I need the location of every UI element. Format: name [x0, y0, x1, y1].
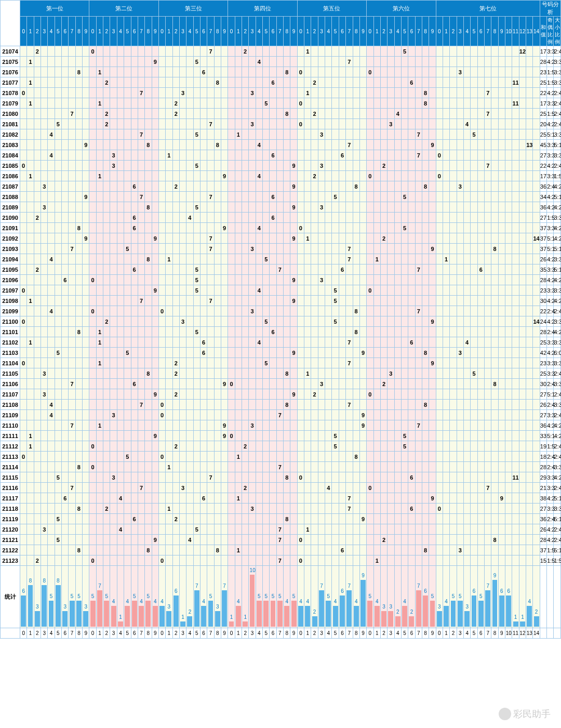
- table-body: 2107420721512173:32:42107519547284:23:32…: [1, 46, 561, 566]
- header-pos3: 第三位: [158, 1, 228, 17]
- lottery-trend-chart: { "header": { "period_label": "期数", "pos…: [0, 0, 561, 639]
- header-row-1: 期数 第一位 第二位 第三位 第四位 第五位 第六位 第七位 号码分析: [1, 1, 561, 17]
- table-row: 210937573798375:15:1: [1, 244, 561, 254]
- table-row: 2111956289362:45:1: [1, 514, 561, 524]
- table-row: 210902646271:53:3: [1, 213, 561, 223]
- table-row: 210952657676353:35:1: [1, 264, 561, 275]
- table-row: 211228881683371:55:1: [1, 545, 561, 555]
- table-row: 2107911250811173:32:4: [1, 98, 561, 109]
- table-row: 210815273034204:22:4: [1, 119, 561, 129]
- table-row: 2110002355914244:23:3: [1, 316, 561, 327]
- header-pos1: 第一位: [20, 1, 89, 17]
- stats-label: 统计: [1, 566, 20, 628]
- table-row: 210807228247251:52:4: [1, 109, 561, 119]
- table-row: 2107712862611251:53:3: [1, 77, 561, 88]
- table-row: 2107519547284:23:3: [1, 57, 561, 67]
- header-pos6: 第六位: [367, 1, 436, 17]
- table-row: 2109660593284:24:2: [1, 275, 561, 285]
- table-row: 21108470878262:43:3: [1, 400, 561, 410]
- table-row: 2111305018182:42:4: [1, 452, 561, 462]
- header-pos5: 第五位: [297, 1, 366, 17]
- table-row: 211021164764253:33:3: [1, 337, 561, 348]
- table-row: 2110943079273:32:4: [1, 410, 561, 420]
- table-row: 211215947028284:22:4: [1, 535, 561, 545]
- table-row: 2110181568282:44:2: [1, 327, 561, 337]
- table-row: 210844316670273:33:3: [1, 150, 561, 161]
- table-row: 2107420721512173:32:4: [1, 46, 561, 57]
- footer-row: 0123456789012345678901234567890123456789…: [1, 628, 561, 639]
- table-row: 210768168003231:53:3: [1, 67, 561, 77]
- header-pos7: 第七位: [436, 1, 540, 17]
- table-row: 21112102255191:52:4: [1, 441, 561, 452]
- table-row: 2108938593364:24:2: [1, 202, 561, 213]
- table-row: 21091869405373:34:2: [1, 223, 561, 233]
- table-row: 21097095450233:33:3: [1, 285, 561, 296]
- table-row: 21110719397364:24:2: [1, 420, 561, 431]
- table-row: 21107392920275:12:4: [1, 389, 561, 400]
- header-pos2: 第二位: [89, 1, 158, 17]
- header-pos4: 第四位: [228, 1, 297, 17]
- table-row: 211188213760273:33:3: [1, 504, 561, 514]
- table-row: 210780733187224:22:4: [1, 88, 561, 98]
- header-analysis: 号码分析: [540, 1, 560, 17]
- table-row: 211148017282:43:3: [1, 462, 561, 472]
- table-row: 211176461799384:25:1: [1, 493, 561, 504]
- table-row: 211053828135253:32:4: [1, 368, 561, 379]
- stats-row: 统计 6838583553575414545443612745371411055…: [1, 566, 561, 628]
- table-row: 21088977655344:25:1: [1, 192, 561, 202]
- trend-table: 期数 第一位 第二位 第三位 第四位 第五位 第六位 第七位 号码分析 0123…: [0, 0, 561, 639]
- table-row: 211035569983424:26:0: [1, 348, 561, 358]
- table-row: 2109817795304:24:2: [1, 296, 561, 306]
- header-row-2: 0123456789012345678901234567890123456789…: [1, 17, 561, 46]
- table-row: 2111553780611293:34:2: [1, 472, 561, 483]
- table-row: 2109299791214375:14:2: [1, 233, 561, 244]
- table-row: 210824751375255:13:3: [1, 129, 561, 140]
- table-row: 21111199055335:14:2: [1, 431, 561, 441]
- table-row: 211167732407213:32:4: [1, 483, 561, 493]
- table-row: 2108398847913453:35:1: [1, 140, 561, 150]
- table-row: 2112034571264:22:4: [1, 524, 561, 535]
- table-row: 210944815711264:23:3: [1, 254, 561, 264]
- header-period: 期数: [1, 1, 20, 46]
- table-row: 210850359327224:22:4: [1, 161, 561, 171]
- table-row: 210873629883362:44:2: [1, 181, 561, 192]
- table-row: 211067690328302:43:3: [1, 379, 561, 389]
- table-row: 210861194200173:31:5: [1, 171, 561, 181]
- table-row: 21104012579233:33:3: [1, 358, 561, 368]
- table-row: 21099400387222:42:4: [1, 306, 561, 316]
- table-row: 21123200701151:51:5: [1, 555, 561, 566]
